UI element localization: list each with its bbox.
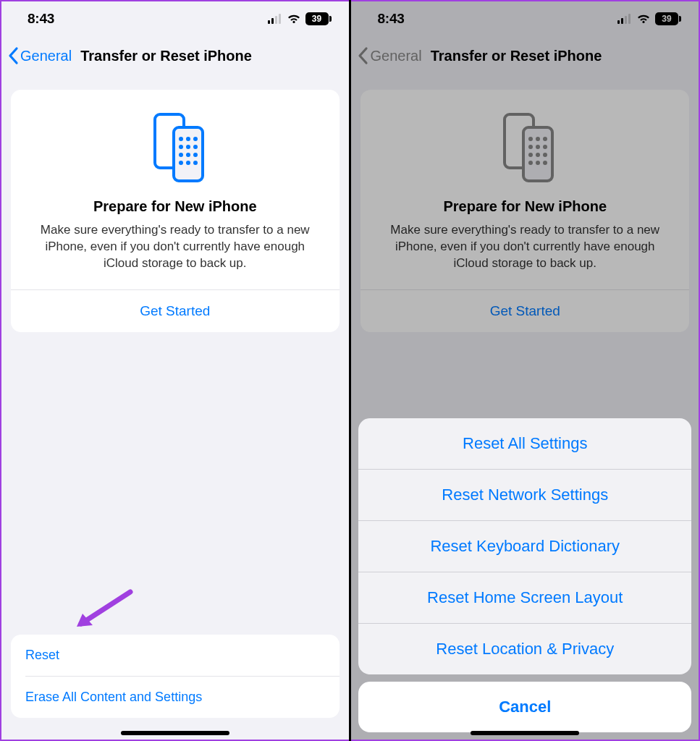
wifi-icon [287, 14, 301, 24]
phone-left: 8:43 39 General Transfer or Reset iPhone [0, 0, 349, 741]
phones-illustration-icon [24, 110, 326, 182]
svg-rect-19 [621, 18, 623, 24]
status-time: 8:43 [28, 11, 54, 27]
prepare-title: Prepare for New iPhone [374, 198, 676, 215]
bottom-actions-list: Reset Erase All Content and Settings [11, 635, 340, 718]
prepare-card: Prepare for New iPhone Make sure everyth… [360, 90, 689, 332]
reset-location-privacy-button[interactable]: Reset Location & Privacy [358, 624, 691, 674]
svg-point-25 [536, 137, 540, 141]
svg-rect-1 [271, 18, 274, 24]
prepare-card: Prepare for New iPhone Make sure everyth… [11, 90, 340, 332]
svg-point-28 [536, 145, 540, 149]
status-icons: 39 [617, 12, 678, 25]
svg-point-6 [179, 137, 183, 141]
arrow-annotation-icon [72, 588, 138, 637]
sheet-options: Reset All Settings Reset Network Setting… [358, 418, 691, 674]
reset-network-settings-button[interactable]: Reset Network Settings [358, 470, 691, 520]
svg-point-15 [179, 161, 183, 165]
back-button: General [370, 48, 421, 64]
svg-point-10 [186, 145, 190, 149]
get-started-button: Get Started [374, 290, 676, 332]
get-started-button[interactable]: Get Started [24, 290, 326, 332]
svg-point-33 [528, 161, 533, 165]
status-bar: 8:43 39 [1, 1, 349, 36]
svg-rect-21 [628, 14, 631, 24]
reset-all-settings-button[interactable]: Reset All Settings [358, 418, 691, 469]
svg-rect-0 [268, 20, 270, 24]
prepare-title: Prepare for New iPhone [24, 198, 326, 215]
svg-rect-20 [625, 16, 627, 24]
nav-title: Transfer or Reset iPhone [80, 48, 252, 64]
battery-icon: 39 [305, 12, 329, 25]
svg-point-9 [179, 145, 183, 149]
svg-rect-2 [275, 16, 277, 24]
svg-point-17 [193, 161, 198, 165]
cellular-icon [617, 14, 632, 24]
erase-all-button[interactable]: Erase All Content and Settings [11, 677, 340, 718]
reset-home-screen-layout-button[interactable]: Reset Home Screen Layout [358, 572, 691, 623]
svg-point-30 [528, 153, 533, 157]
home-indicator[interactable] [471, 731, 579, 735]
nav-title: Transfer or Reset iPhone [431, 48, 602, 64]
nav-bar: General Transfer or Reset iPhone [1, 36, 349, 75]
phones-illustration-icon [374, 110, 676, 182]
svg-point-27 [528, 145, 533, 149]
back-chevron-icon[interactable] [7, 46, 20, 65]
svg-point-7 [186, 137, 190, 141]
svg-point-14 [193, 153, 198, 157]
reset-keyboard-dictionary-button[interactable]: Reset Keyboard Dictionary [358, 521, 691, 572]
svg-point-26 [543, 137, 547, 141]
prepare-description: Make sure everything's ready to transfer… [374, 222, 676, 289]
svg-point-8 [193, 137, 198, 141]
svg-rect-3 [279, 14, 281, 24]
reset-button[interactable]: Reset [11, 635, 340, 676]
svg-point-31 [536, 153, 540, 157]
status-bar: 8:43 39 [351, 1, 699, 36]
svg-point-35 [543, 161, 547, 165]
svg-point-29 [543, 145, 547, 149]
back-button[interactable]: General [20, 48, 72, 64]
phone-right: 8:43 39 General Transfer or Reset iPhone [351, 0, 700, 741]
svg-rect-18 [617, 20, 620, 24]
svg-point-12 [179, 153, 183, 157]
battery-icon: 39 [655, 12, 678, 25]
svg-point-32 [543, 153, 547, 157]
svg-point-16 [186, 161, 190, 165]
svg-point-24 [528, 137, 533, 141]
cancel-button[interactable]: Cancel [358, 682, 691, 732]
nav-bar: General Transfer or Reset iPhone [351, 36, 699, 75]
wifi-icon [636, 14, 651, 24]
prepare-description: Make sure everything's ready to transfer… [24, 222, 326, 289]
svg-point-13 [186, 153, 190, 157]
home-indicator[interactable] [121, 731, 229, 735]
svg-point-34 [536, 161, 540, 165]
svg-point-11 [193, 145, 198, 149]
status-time: 8:43 [377, 11, 404, 27]
reset-action-sheet: Reset All Settings Reset Network Setting… [358, 418, 691, 732]
cellular-icon [268, 14, 282, 24]
status-icons: 39 [268, 12, 329, 25]
back-chevron-icon [357, 46, 370, 65]
